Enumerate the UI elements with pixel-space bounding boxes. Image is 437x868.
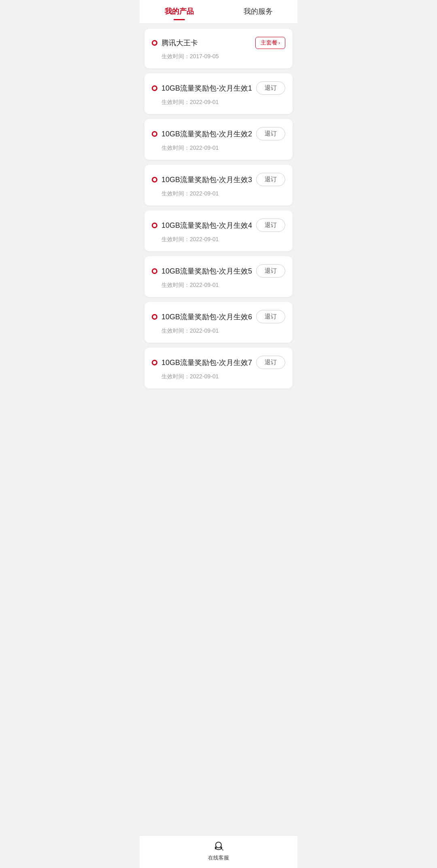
product-card-pkg3: 10GB流量奖励包-次月生效3 退订 生效时间：2022-09-01 <box>144 165 293 206</box>
card-row-pkg7: 10GB流量奖励包-次月生效7 退订 <box>152 356 285 369</box>
product-name-pkg6: 10GB流量奖励包-次月生效6 <box>161 312 252 322</box>
status-dot-pkg7 <box>152 360 157 365</box>
product-name-pkg3: 10GB流量奖励包-次月生效3 <box>161 175 252 185</box>
status-dot-pkg3 <box>152 177 157 183</box>
product-card-pkg6: 10GB流量奖励包-次月生效6 退订 生效时间：2022-09-01 <box>144 302 293 343</box>
status-dot-main <box>152 40 157 46</box>
card-left-pkg5: 10GB流量奖励包-次月生效5 <box>152 266 252 276</box>
card-meta-pkg1: 生效时间：2022-09-01 <box>152 99 285 106</box>
product-name-pkg1: 10GB流量奖励包-次月生效1 <box>161 83 252 93</box>
status-dot-pkg6 <box>152 314 157 320</box>
bottom-bar-label: 在线客服 <box>208 854 229 862</box>
card-left-main: 腾讯大王卡 <box>152 38 198 48</box>
unsubscribe-button-pkg2[interactable]: 退订 <box>256 127 285 140</box>
card-left-pkg4: 10GB流量奖励包-次月生效4 <box>152 221 252 230</box>
chevron-right-icon: › <box>278 40 280 46</box>
card-left-pkg7: 10GB流量奖励包-次月生效7 <box>152 358 252 367</box>
content-area: 腾讯大王卡 主套餐 › 生效时间：2017-09-05 10GB流量奖励包-次月… <box>140 24 297 421</box>
unsubscribe-button-pkg5[interactable]: 退订 <box>256 264 285 278</box>
tab-my-services-label: 我的服务 <box>244 7 273 15</box>
status-dot-pkg5 <box>152 268 157 274</box>
unsubscribe-button-pkg6[interactable]: 退订 <box>256 310 285 323</box>
card-meta-pkg6: 生效时间：2022-09-01 <box>152 327 285 335</box>
unsubscribe-button-pkg3[interactable]: 退订 <box>256 173 285 186</box>
card-row-pkg2: 10GB流量奖励包-次月生效2 退订 <box>152 127 285 140</box>
product-card-pkg5: 10GB流量奖励包-次月生效5 退订 生效时间：2022-09-01 <box>144 256 293 297</box>
card-row-pkg1: 10GB流量奖励包-次月生效1 退订 <box>152 81 285 95</box>
card-left-pkg2: 10GB流量奖励包-次月生效2 <box>152 129 252 139</box>
product-name-pkg4: 10GB流量奖励包-次月生效4 <box>161 221 252 230</box>
unsubscribe-button-pkg4[interactable]: 退订 <box>256 219 285 232</box>
status-dot-pkg4 <box>152 223 157 228</box>
product-card-pkg7: 10GB流量奖励包-次月生效7 退订 生效时间：2022-09-01 <box>144 348 293 388</box>
card-row-pkg4: 10GB流量奖励包-次月生效4 退订 <box>152 219 285 232</box>
headset-icon <box>212 840 225 853</box>
unsubscribe-button-pkg1[interactable]: 退订 <box>256 81 285 95</box>
product-card-pkg4: 10GB流量奖励包-次月生效4 退订 生效时间：2022-09-01 <box>144 210 293 251</box>
card-row-pkg5: 10GB流量奖励包-次月生效5 退订 <box>152 264 285 278</box>
product-card-main: 腾讯大王卡 主套餐 › 生效时间：2017-09-05 <box>144 29 293 68</box>
tab-my-products-label: 我的产品 <box>165 7 194 15</box>
card-left-pkg1: 10GB流量奖励包-次月生效1 <box>152 83 252 93</box>
unsubscribe-button-pkg7[interactable]: 退订 <box>256 356 285 369</box>
status-dot-pkg2 <box>152 131 157 137</box>
product-name-main: 腾讯大王卡 <box>161 38 198 48</box>
svg-point-0 <box>216 842 221 848</box>
card-row-main: 腾讯大王卡 主套餐 › <box>152 37 285 49</box>
product-name-pkg2: 10GB流量奖励包-次月生效2 <box>161 129 252 139</box>
card-meta-pkg7: 生效时间：2022-09-01 <box>152 373 285 380</box>
tab-my-services[interactable]: 我的服务 <box>218 6 297 20</box>
status-dot-pkg1 <box>152 85 157 91</box>
tab-bar: 我的产品 我的服务 <box>140 0 297 24</box>
card-meta-main: 生效时间：2017-09-05 <box>152 53 285 60</box>
card-meta-pkg3: 生效时间：2022-09-01 <box>152 190 285 197</box>
product-card-pkg2: 10GB流量奖励包-次月生效2 退订 生效时间：2022-09-01 <box>144 119 293 160</box>
card-meta-pkg2: 生效时间：2022-09-01 <box>152 144 285 152</box>
product-name-pkg7: 10GB流量奖励包-次月生效7 <box>161 358 252 367</box>
bottom-bar[interactable]: 在线客服 <box>140 835 297 868</box>
card-row-pkg6: 10GB流量奖励包-次月生效6 退订 <box>152 310 285 323</box>
card-row-pkg3: 10GB流量奖励包-次月生效3 退订 <box>152 173 285 186</box>
card-meta-pkg5: 生效时间：2022-09-01 <box>152 282 285 289</box>
card-left-pkg3: 10GB流量奖励包-次月生效3 <box>152 175 252 185</box>
tab-active-indicator <box>174 19 185 20</box>
card-left-pkg6: 10GB流量奖励包-次月生效6 <box>152 312 252 322</box>
tab-my-products[interactable]: 我的产品 <box>140 6 218 20</box>
main-package-button[interactable]: 主套餐 › <box>255 37 285 49</box>
card-meta-pkg4: 生效时间：2022-09-01 <box>152 236 285 243</box>
product-name-pkg5: 10GB流量奖励包-次月生效5 <box>161 266 252 276</box>
product-card-pkg1: 10GB流量奖励包-次月生效1 退订 生效时间：2022-09-01 <box>144 73 293 114</box>
